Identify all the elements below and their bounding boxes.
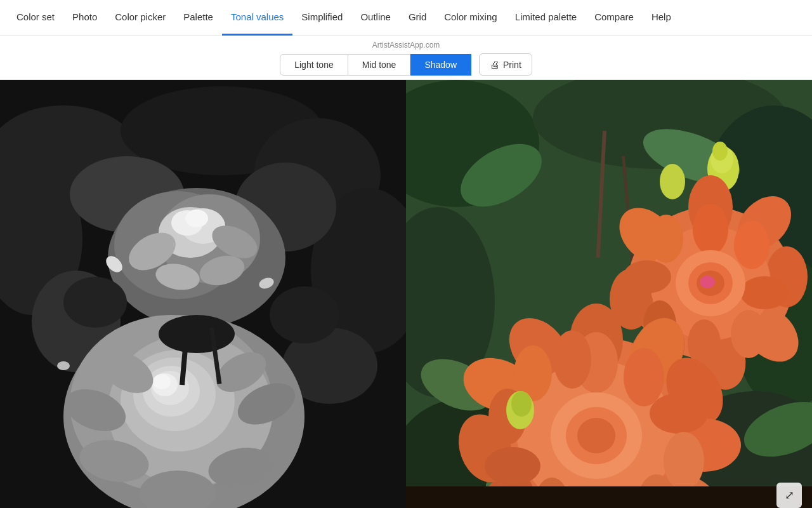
svg-point-118 [511, 391, 532, 417]
nav-item-help[interactable]: Help [643, 0, 680, 36]
nav-item-color-picker[interactable]: Color picker [106, 0, 174, 36]
svg-point-80 [740, 276, 789, 309]
svg-point-110 [485, 447, 540, 485]
svg-point-67 [660, 164, 685, 199]
nav-item-palette[interactable]: Palette [174, 0, 222, 36]
main-content: ⤢ [0, 80, 812, 508]
svg-point-43 [270, 286, 339, 344]
expand-button[interactable]: ⤢ [776, 483, 802, 508]
svg-point-89 [700, 276, 715, 288]
photo-panel: ⤢ [406, 80, 812, 508]
svg-rect-119 [406, 486, 812, 508]
svg-point-66 [712, 142, 728, 161]
light-tone-button[interactable]: Light tone [280, 54, 348, 76]
svg-point-42 [63, 277, 127, 328]
nav-item-color-set[interactable]: Color set [8, 0, 63, 36]
nav-item-grid[interactable]: Grid [400, 0, 435, 36]
nav-item-color-mixing[interactable]: Color mixing [435, 0, 506, 36]
svg-point-104 [624, 348, 664, 406]
photo-image [406, 80, 812, 508]
svg-point-84 [623, 260, 671, 293]
tone-button-group: Light tone Mid tone Shadow 🖨 Print [280, 53, 532, 76]
printer-icon: 🖨 [490, 59, 499, 70]
shadow-button[interactable]: Shadow [410, 54, 471, 76]
sub-header: ArtistAssistApp.com Light tone Mid tone … [0, 36, 812, 80]
svg-point-113 [553, 330, 591, 389]
nav-item-compare[interactable]: Compare [586, 0, 643, 36]
nav-item-simplified[interactable]: Simplified [292, 0, 351, 36]
print-label: Print [503, 60, 521, 70]
svg-point-116 [577, 418, 615, 453]
svg-point-106 [664, 432, 704, 490]
svg-point-39 [57, 361, 70, 370]
nav-item-tonal-values[interactable]: Tonal values [222, 0, 292, 36]
svg-point-81 [731, 310, 766, 358]
site-name: ArtistAssistApp.com [372, 41, 440, 50]
print-button[interactable]: 🖨 Print [479, 53, 532, 76]
svg-point-78 [693, 204, 728, 255]
svg-point-41 [159, 315, 235, 353]
tonal-panel [0, 80, 406, 508]
tonal-image [0, 80, 406, 508]
nav-item-outline[interactable]: Outline [351, 0, 400, 36]
svg-point-105 [650, 393, 708, 434]
svg-point-29 [153, 374, 171, 389]
mid-tone-button[interactable]: Mid tone [348, 54, 411, 76]
nav-item-photo[interactable]: Photo [63, 0, 106, 36]
expand-icon: ⤢ [785, 488, 794, 502]
svg-point-79 [734, 221, 769, 269]
svg-point-16 [185, 210, 208, 227]
top-navigation: Color set Photo Color picker Palette Ton… [0, 0, 812, 36]
svg-point-85 [649, 215, 683, 263]
nav-item-limited-palette[interactable]: Limited palette [506, 0, 586, 36]
